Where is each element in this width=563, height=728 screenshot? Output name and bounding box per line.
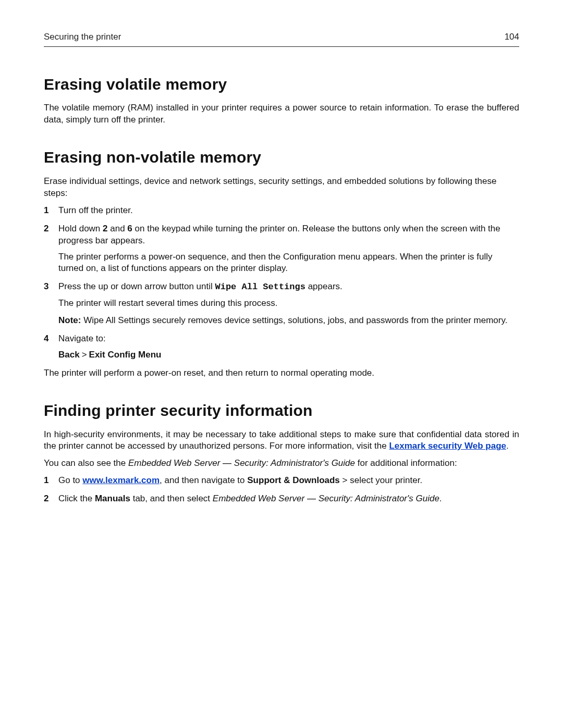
note-label: Note: (58, 315, 81, 325)
step-number: 1 (44, 205, 48, 217)
step-number: 3 (44, 281, 48, 293)
text-run: . (439, 493, 442, 503)
note: Note: Wipe All Settings securely removes… (58, 315, 519, 327)
step-subtext: The printer will restart several times d… (58, 298, 519, 310)
doc-title-italic: Embedded Web Server — Security: Administ… (213, 493, 439, 503)
mono-wipe-all-settings: Wipe All Settings (215, 282, 305, 292)
text-run: . (506, 441, 509, 451)
heading-erasing-nonvolatile: Erasing non‑volatile memory (44, 147, 519, 168)
page: Securing the printer 104 Erasing volatil… (0, 0, 563, 505)
path-back: Back (58, 350, 80, 360)
step-text: Click the Manuals tab, and then select E… (58, 493, 442, 503)
step-number: 2 (44, 223, 48, 235)
ordered-steps: 1 Go to www.lexmark.com, and then naviga… (44, 475, 519, 505)
step-item: 2 Click the Manuals tab, and then select… (44, 493, 519, 505)
step-item: 1 Go to www.lexmark.com, and then naviga… (44, 475, 519, 487)
heading-finding-security-info: Finding printer security information (44, 400, 519, 422)
running-header: Securing the printer 104 (44, 31, 519, 47)
paragraph: The printer will perform a power‑on rese… (44, 367, 519, 379)
text-run: for additional information: (355, 458, 457, 468)
step-subtext: The printer performs a power‑on sequence… (58, 251, 519, 275)
path-exit-config: Exit Config Menu (89, 350, 162, 360)
key-2: 2 (103, 224, 107, 233)
path-separator: > (80, 350, 89, 360)
text-run: appears. (305, 281, 342, 291)
step-number: 2 (44, 493, 48, 505)
step-item: 1 Turn off the printer. (44, 205, 519, 217)
paragraph: In high‑security environments, it may be… (44, 429, 519, 453)
text-run: Press the up or down arrow button until (58, 281, 215, 291)
step-number: 1 (44, 475, 48, 487)
step-item: 4 Navigate to: Back>Exit Config Menu (44, 333, 519, 361)
text-run: > select your printer. (340, 475, 422, 485)
bold-support-downloads: Support & Downloads (247, 475, 340, 485)
note-body: Wipe All Settings securely removes devic… (81, 315, 507, 325)
step-text: Hold down 2 and 6 on the keypad while tu… (58, 224, 500, 245)
doc-title-italic: Embedded Web Server — Security: Administ… (128, 458, 355, 468)
step-item: 3 Press the up or down arrow button unti… (44, 281, 519, 327)
key-6: 6 (127, 224, 132, 233)
step-number: 4 (44, 333, 48, 345)
text-run: Hold down (58, 224, 103, 233)
step-text: Go to www.lexmark.com, and then navigate… (58, 475, 422, 485)
text-run: tab, and then select (130, 493, 213, 503)
page-number: 104 (505, 31, 519, 43)
running-title: Securing the printer (44, 31, 121, 43)
paragraph: You can also see the Embedded Web Server… (44, 458, 519, 470)
text-run: Go to (58, 475, 82, 485)
step-text: Turn off the printer. (58, 205, 133, 215)
text-run: , and then navigate to (160, 475, 247, 485)
link-lexmark-com[interactable]: www.lexmark.com (82, 475, 160, 485)
paragraph: Erase individual settings, device and ne… (44, 176, 519, 200)
step-text: Navigate to: (58, 334, 106, 343)
text-run: Click the (58, 493, 95, 503)
nav-path: Back>Exit Config Menu (58, 349, 519, 361)
text-run: and (108, 224, 128, 233)
paragraph: The volatile memory (RAM) installed in y… (44, 102, 519, 126)
ordered-steps: 1 Turn off the printer. 2 Hold down 2 an… (44, 205, 519, 361)
step-text: Press the up or down arrow button until … (58, 281, 342, 291)
text-run: You can also see the (44, 458, 128, 468)
link-lexmark-security[interactable]: Lexmark security Web page (389, 441, 506, 451)
heading-erasing-volatile: Erasing volatile memory (44, 74, 519, 95)
bold-manuals: Manuals (95, 493, 130, 503)
step-item: 2 Hold down 2 and 6 on the keypad while … (44, 223, 519, 275)
